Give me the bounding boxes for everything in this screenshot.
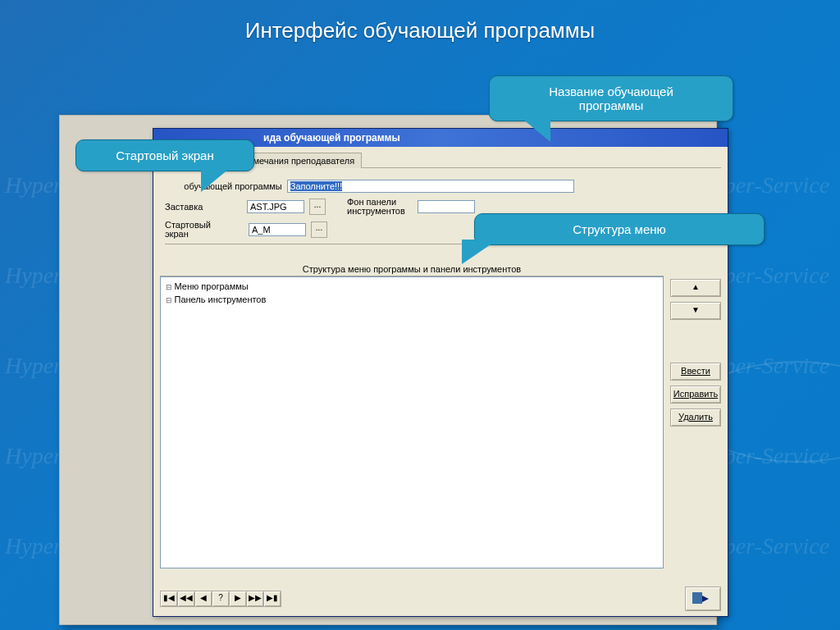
move-down-button[interactable]: ▼ [670,302,721,320]
callout-menu-structure-text: Структура меню [573,222,666,236]
record-navigator: ▮◀ ◀◀ ◀ ? ▶ ▶▶ ▶▮ [160,591,281,607]
nav-next-fast-button[interactable]: ▶▶ [246,591,264,607]
nav-prev-button[interactable]: ◀ [194,591,212,607]
arrow-down-icon: ▼ [692,305,700,314]
insert-button[interactable]: Ввести [670,363,721,381]
browse-splash-button[interactable]: ... [309,199,326,215]
dialog-window: XXXXXXXXXXXXXXXXида обучающей программы … [153,128,728,617]
tree-area: Структура меню программы и панели инстру… [160,262,721,568]
window-title-suffix: ида обучающей программы [263,132,400,144]
field-start-screen[interactable]: A_M [249,223,306,236]
label-start-screen: Стартовый экран [165,221,214,239]
exit-button[interactable] [685,587,721,611]
callout-program-name: Название обучающей программы [489,75,733,121]
nav-prev-fast-button[interactable]: ◀◀ [177,591,195,607]
slide-title: Интерфейс обучающей программы [0,18,840,43]
field-panel-bg[interactable] [418,200,475,213]
label-name-suffix: обучающей программы [184,181,282,191]
field-name-value: Заполните!!! [290,181,342,191]
edit-button[interactable]: Исправить [670,386,721,404]
tree-item[interactable]: Меню программы [166,281,658,294]
slide-stage: Hyper-Service Hyper-Service Hyper-Servic… [0,0,840,630]
callout-program-name-text: Название обучающей программы [549,84,673,112]
field-name[interactable]: Заполните!!! [287,180,574,193]
tree-view[interactable]: Меню программы Панель инструментов [160,276,664,568]
label-splash: Заставка [165,202,242,212]
nav-last-button[interactable]: ▶▮ [263,591,281,607]
callout-menu-structure: Структура меню [474,213,765,245]
tree-item[interactable]: Панель инструментов [166,294,658,307]
callout-start-screen: Стартовый экран [75,139,254,171]
bottom-bar: ▮◀ ◀◀ ◀ ? ▶ ▶▶ ▶▮ [160,587,721,611]
nav-first-button[interactable]: ▮◀ [160,591,178,607]
label-panel-bg: Фон панели инструментов [347,198,413,216]
side-buttons: ▲ ▼ Ввести Исправить Удалить [670,262,721,568]
move-up-button[interactable]: ▲ [670,279,721,297]
field-splash[interactable]: AST.JPG [247,200,304,213]
callout-start-screen-text: Стартовый экран [116,148,213,162]
browse-start-button[interactable]: ... [311,221,327,238]
nav-next-button[interactable]: ▶ [229,591,247,607]
tree-header: Структура меню программы и панели инстру… [160,262,664,276]
delete-button[interactable]: Удалить [670,409,721,427]
nav-help-button[interactable]: ? [212,591,230,607]
arrow-up-icon: ▲ [692,282,700,291]
